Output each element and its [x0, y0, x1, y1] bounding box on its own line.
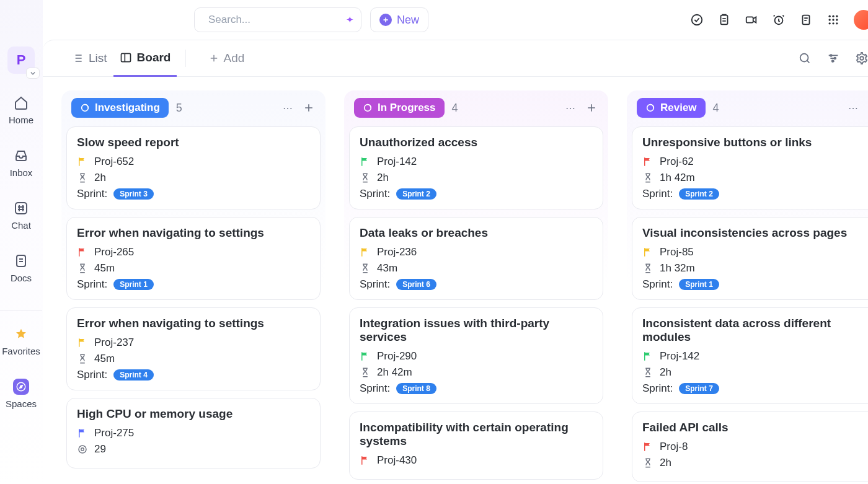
- flag-icon: [642, 351, 653, 362]
- card-sprint-row: Sprint: Sprint 2: [360, 188, 593, 200]
- card[interactable]: Error when navigating to settings Proj-2…: [66, 307, 321, 390]
- sprint-chip[interactable]: Sprint 2: [679, 188, 719, 200]
- note-icon[interactable]: [799, 13, 813, 27]
- column-header: Review 4 ⋯: [632, 90, 868, 126]
- column: Investigating 5 ⋯ Slow speed report Proj…: [61, 90, 326, 484]
- video-icon[interactable]: [745, 13, 758, 27]
- nav-home[interactable]: Home: [9, 95, 33, 125]
- flag-icon: [360, 156, 371, 167]
- settings-icon[interactable]: [855, 51, 868, 65]
- card-sprint-row: Sprint: Sprint 2: [642, 188, 868, 200]
- nav-favorites[interactable]: Favorites: [2, 326, 40, 356]
- nav-chat[interactable]: Chat: [11, 200, 31, 231]
- nav-inbox[interactable]: Inbox: [10, 147, 33, 178]
- column-header: In Progress 4 ⋯: [349, 90, 603, 126]
- flag-icon: [77, 428, 88, 439]
- card-time-row: 1h 42m: [642, 172, 868, 184]
- card[interactable]: Unauthorized access Proj-142 2h Sprint: …: [349, 126, 603, 209]
- card[interactable]: Error when navigating to settings Proj-2…: [66, 217, 321, 300]
- hourglass-icon: [642, 263, 653, 274]
- sprint-label: Sprint:: [77, 278, 107, 291]
- svg-point-26: [81, 448, 84, 451]
- svg-rect-18: [121, 53, 130, 61]
- sprint-chip[interactable]: Sprint 1: [679, 279, 719, 290]
- nav-spaces[interactable]: Spaces: [6, 379, 37, 409]
- apps-icon[interactable]: [826, 13, 840, 27]
- add-view[interactable]: Add: [208, 51, 244, 65]
- column-count: 4: [713, 102, 719, 115]
- sprint-chip[interactable]: Sprint 3: [113, 188, 154, 200]
- avatar[interactable]: [854, 10, 868, 30]
- search-input[interactable]: [208, 14, 340, 26]
- search-box[interactable]: ✦: [194, 7, 361, 32]
- card[interactable]: Failed API calls Proj-8 2h: [632, 411, 868, 482]
- plus-icon: [208, 53, 219, 64]
- column: Review 4 ⋯ Unresponsive buttons or links…: [627, 90, 868, 484]
- card-project-row: Proj-85: [642, 246, 868, 258]
- board-icon: [120, 51, 132, 64]
- new-button[interactable]: + New: [370, 7, 428, 32]
- flag-icon: [360, 351, 371, 362]
- workspace-letter: P: [17, 52, 26, 68]
- flag-icon: [77, 247, 88, 258]
- card[interactable]: Inconsistent data across different modul…: [632, 307, 868, 404]
- workspace-badge[interactable]: P: [7, 46, 35, 74]
- column-menu[interactable]: ⋯: [564, 101, 577, 115]
- card[interactable]: Visual inconsistencies across pages Proj…: [632, 217, 868, 300]
- sprint-chip[interactable]: Sprint 2: [396, 188, 436, 200]
- nav-docs[interactable]: Docs: [11, 253, 32, 283]
- card[interactable]: Slow speed report Proj-652 2h Sprint: Sp…: [66, 126, 321, 209]
- column-menu[interactable]: ⋯: [281, 101, 294, 115]
- status-chip[interactable]: Investigating: [71, 98, 169, 118]
- tab-board[interactable]: Board: [113, 40, 177, 77]
- view-search-icon[interactable]: [798, 51, 812, 65]
- column-add[interactable]: [302, 101, 316, 115]
- alarm-icon[interactable]: [772, 13, 786, 27]
- card-time: 1h 42m: [660, 172, 695, 184]
- column-add[interactable]: [585, 101, 598, 115]
- card-project-row: Proj-430: [360, 454, 593, 467]
- plus-circle-icon: +: [379, 14, 392, 26]
- card-time: 1h 32m: [660, 262, 695, 275]
- card-project-row: Proj-142: [360, 156, 593, 168]
- column-menu[interactable]: ⋯: [846, 101, 860, 115]
- sprint-chip[interactable]: Sprint 7: [679, 383, 719, 394]
- tab-list[interactable]: List: [65, 40, 113, 77]
- filter-icon[interactable]: [826, 51, 840, 65]
- workspace-dropdown[interactable]: [26, 68, 40, 79]
- card-time: 45m: [94, 353, 115, 365]
- status-chip[interactable]: In Progress: [354, 98, 445, 118]
- card[interactable]: Incompatibility with certain operating s…: [349, 411, 603, 480]
- status-chip[interactable]: Review: [637, 98, 706, 118]
- column: In Progress 4 ⋯ Unauthorized access Proj…: [344, 90, 608, 484]
- card-sprint-row: Sprint: Sprint 6: [360, 278, 593, 291]
- sprint-chip[interactable]: Sprint 1: [113, 279, 154, 290]
- card[interactable]: Data leaks or breaches Proj-236 43m Spri…: [349, 217, 603, 300]
- card[interactable]: Integration issues with third-party serv…: [349, 307, 603, 404]
- card-project-row: Proj-62: [642, 156, 868, 168]
- viewbar: List Board Add: [43, 40, 868, 77]
- sprint-chip[interactable]: Sprint 4: [113, 369, 154, 381]
- sprint-chip[interactable]: Sprint 8: [396, 383, 436, 394]
- flag-icon: [642, 156, 653, 167]
- clipboard-icon[interactable]: [717, 13, 731, 27]
- card-gear-row: 29: [77, 443, 310, 455]
- card-project-row: Proj-275: [77, 427, 310, 439]
- card-time-row: 2h: [642, 457, 868, 469]
- card-time-row: 1h 32m: [642, 262, 868, 275]
- hourglass-icon: [642, 172, 653, 183]
- sprint-chip[interactable]: Sprint 6: [396, 279, 436, 290]
- card-time-row: 45m: [77, 353, 310, 365]
- hourglass-icon: [77, 263, 88, 274]
- docs-icon: [13, 253, 29, 269]
- check-circle-icon[interactable]: [690, 13, 704, 27]
- svg-point-23: [860, 56, 864, 60]
- svg-rect-0: [16, 203, 27, 214]
- card[interactable]: Unresponsive buttons or links Proj-62 1h…: [632, 126, 868, 209]
- card-time-row: 2h: [642, 366, 868, 379]
- status-icon: [363, 103, 373, 113]
- status-name: Investigating: [95, 102, 160, 114]
- svg-point-25: [79, 446, 86, 453]
- svg-point-11: [836, 15, 838, 17]
- card[interactable]: High CPU or memory usage Proj-275 29: [66, 398, 321, 469]
